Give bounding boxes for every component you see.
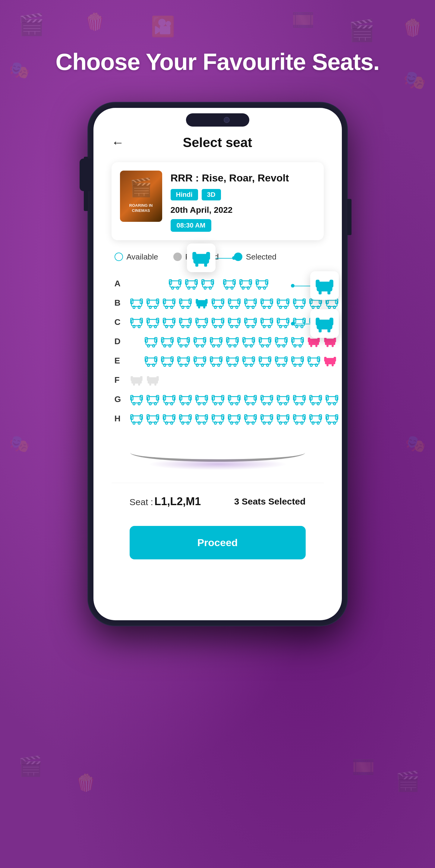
seat[interactable] <box>168 277 182 290</box>
seat[interactable] <box>146 315 160 329</box>
seat[interactable] <box>341 412 342 426</box>
seat[interactable] <box>177 354 190 368</box>
seat[interactable] <box>144 335 158 348</box>
seat[interactable] <box>201 277 215 290</box>
seat[interactable] <box>160 335 174 348</box>
seat[interactable] <box>325 412 339 426</box>
seat[interactable] <box>130 296 144 310</box>
seat[interactable] <box>146 393 160 406</box>
seat[interactable] <box>260 296 274 310</box>
seat[interactable] <box>195 412 209 426</box>
seat[interactable] <box>274 354 288 368</box>
seat[interactable] <box>162 412 176 426</box>
seat[interactable] <box>162 315 176 329</box>
seat[interactable] <box>309 412 322 426</box>
back-button[interactable]: ← <box>112 136 124 149</box>
seat[interactable] <box>341 315 342 329</box>
svg-rect-79 <box>285 306 287 308</box>
seat[interactable] <box>227 296 241 310</box>
seat[interactable] <box>193 354 207 368</box>
seat[interactable] <box>276 315 290 329</box>
seat[interactable] <box>130 412 144 426</box>
svg-rect-283 <box>310 364 312 366</box>
seat[interactable] <box>179 393 192 406</box>
seat[interactable] <box>130 393 144 406</box>
seats-e[interactable] <box>130 354 337 368</box>
seat[interactable] <box>244 412 257 426</box>
seats-d[interactable] <box>130 335 337 348</box>
seat[interactable] <box>209 354 223 368</box>
seat[interactable] <box>162 393 176 406</box>
seat[interactable] <box>146 412 160 426</box>
seat[interactable] <box>258 335 272 348</box>
seat[interactable] <box>193 335 207 348</box>
seat[interactable] <box>242 354 256 368</box>
seat[interactable] <box>244 393 257 406</box>
seat[interactable] <box>274 335 288 348</box>
seat[interactable] <box>185 277 198 290</box>
svg-rect-23 <box>242 287 244 289</box>
seat-selected[interactable] <box>195 296 209 310</box>
seat[interactable] <box>341 296 342 310</box>
seat[interactable] <box>227 412 241 426</box>
seat[interactable] <box>309 393 322 406</box>
seat[interactable] <box>258 354 272 368</box>
seat[interactable] <box>276 393 290 406</box>
svg-rect-349 <box>285 402 287 405</box>
seat[interactable] <box>244 296 257 310</box>
seat[interactable] <box>179 315 192 329</box>
seats-h[interactable] <box>130 412 342 426</box>
seat[interactable] <box>227 393 241 406</box>
seat[interactable] <box>290 354 305 368</box>
seat[interactable] <box>225 335 239 348</box>
seat[interactable] <box>195 393 209 406</box>
seat[interactable] <box>211 296 225 310</box>
seat[interactable] <box>325 393 339 406</box>
seats-a[interactable] <box>130 277 269 290</box>
seat-selected-teal[interactable] <box>323 354 337 368</box>
seat[interactable] <box>276 296 290 310</box>
seat[interactable] <box>162 296 176 310</box>
seat[interactable] <box>225 354 239 368</box>
seat[interactable] <box>276 412 290 426</box>
seats-b[interactable] <box>130 296 342 310</box>
seat[interactable] <box>292 315 306 329</box>
seat[interactable] <box>239 277 253 290</box>
seat[interactable] <box>160 354 174 368</box>
seats-f[interactable] <box>130 373 313 387</box>
seat[interactable] <box>211 412 225 426</box>
seat[interactable] <box>242 335 256 348</box>
seat[interactable] <box>179 412 192 426</box>
seat[interactable] <box>211 393 225 406</box>
svg-rect-323 <box>198 402 200 405</box>
seat[interactable] <box>211 315 225 329</box>
seat[interactable] <box>292 412 306 426</box>
svg-rect-48 <box>182 306 184 308</box>
seat[interactable] <box>292 296 306 310</box>
proceed-button[interactable]: Proceed <box>130 526 306 559</box>
seat[interactable] <box>292 393 306 406</box>
svg-rect-284 <box>315 364 317 366</box>
seats-g[interactable] <box>130 393 342 406</box>
seat[interactable] <box>260 412 274 426</box>
seat[interactable] <box>307 354 321 368</box>
seat[interactable] <box>227 315 241 329</box>
seat[interactable] <box>260 315 274 329</box>
seat[interactable] <box>177 335 190 348</box>
seat[interactable] <box>290 335 305 348</box>
row-label-c: C <box>115 317 130 327</box>
svg-rect-291 <box>130 376 133 381</box>
seat[interactable] <box>144 354 158 368</box>
seat[interactable] <box>341 393 342 406</box>
svg-rect-238 <box>164 364 166 366</box>
seat[interactable] <box>195 315 209 329</box>
seat[interactable] <box>255 277 269 290</box>
svg-rect-138 <box>247 325 249 328</box>
seat[interactable] <box>179 296 192 310</box>
seat[interactable] <box>260 393 274 406</box>
seat[interactable] <box>209 335 223 348</box>
seat[interactable] <box>130 315 144 329</box>
seat[interactable] <box>146 296 160 310</box>
seat[interactable] <box>222 277 236 290</box>
seat[interactable] <box>244 315 257 329</box>
